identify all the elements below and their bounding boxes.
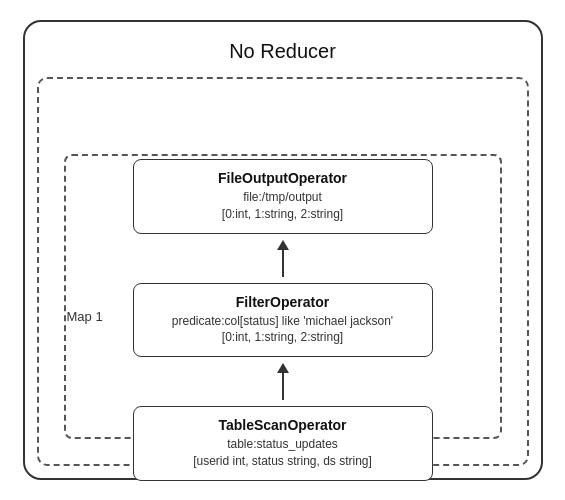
arrow-1 bbox=[273, 240, 293, 277]
filter-operator-detail1: predicate:col[status] like 'michael jack… bbox=[152, 313, 414, 330]
file-output-operator-name: FileOutputOperator bbox=[152, 170, 414, 186]
arrow-2 bbox=[273, 363, 293, 400]
file-output-operator-box: FileOutputOperator file:/tmp/output [0:i… bbox=[133, 159, 433, 234]
operators-wrapper: FileOutputOperator file:/tmp/output [0:i… bbox=[39, 159, 527, 464]
file-output-operator-detail2: [0:int, 1:string, 2:string] bbox=[152, 206, 414, 223]
filter-operator-name: FilterOperator bbox=[152, 294, 414, 310]
arrow-1-line bbox=[282, 249, 284, 277]
table-scan-operator-detail2: [userid int, status string, ds string] bbox=[152, 453, 414, 470]
outer-dashed-border: Map 1 FileOutputOperator file:/tmp/outpu… bbox=[37, 77, 529, 466]
diagram-container: No Reducer Map 1 FileOutputOperator file… bbox=[23, 20, 543, 480]
no-reducer-title: No Reducer bbox=[25, 22, 541, 73]
filter-operator-detail2: [0:int, 1:string, 2:string] bbox=[152, 329, 414, 346]
file-output-operator-detail1: file:/tmp/output bbox=[152, 189, 414, 206]
arrow-2-line bbox=[282, 372, 284, 400]
table-scan-operator-name: TableScanOperator bbox=[152, 417, 414, 433]
table-scan-operator-detail1: table:status_updates bbox=[152, 436, 414, 453]
filter-operator-box: FilterOperator predicate:col[status] lik… bbox=[133, 283, 433, 358]
table-scan-operator-box: TableScanOperator table:status_updates [… bbox=[133, 406, 433, 481]
